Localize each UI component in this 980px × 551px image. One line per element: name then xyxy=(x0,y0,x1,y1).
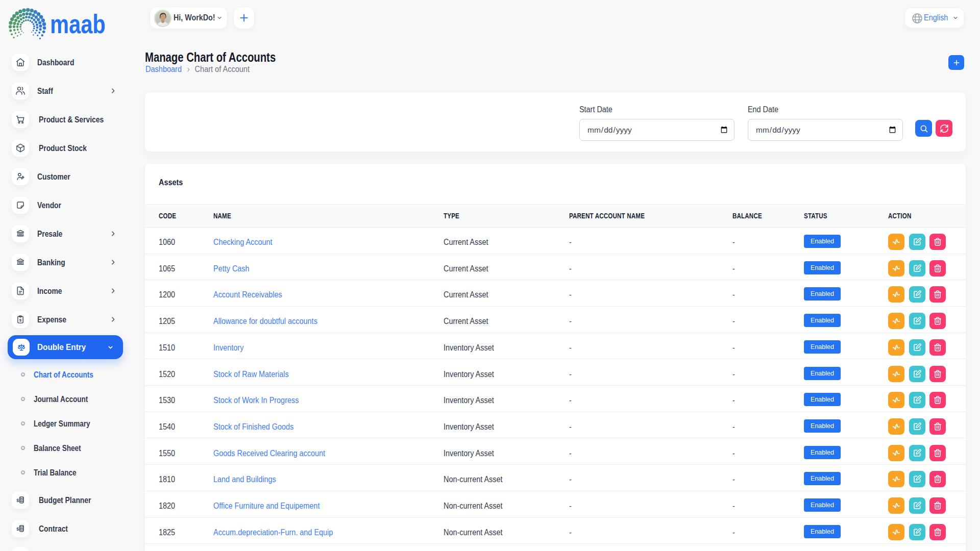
svg-text:$: $ xyxy=(16,498,19,503)
svg-text:$: $ xyxy=(19,318,22,322)
svg-text:$: $ xyxy=(16,527,19,532)
